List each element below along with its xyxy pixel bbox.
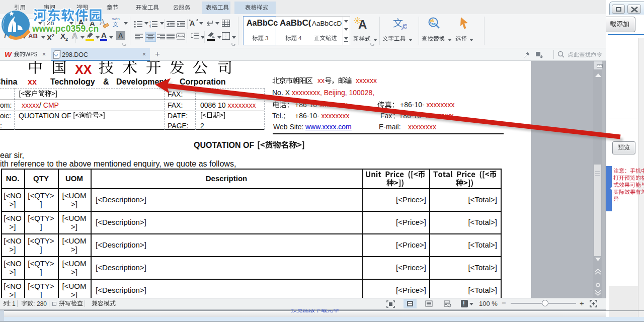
svg-text:ac: ac [432, 22, 436, 26]
svg-text:www.pc0359.cn: www.pc0359.cn [32, 24, 99, 34]
svg-text:3: 3 [149, 26, 151, 28]
svg-text:ab: ab [430, 19, 434, 22]
